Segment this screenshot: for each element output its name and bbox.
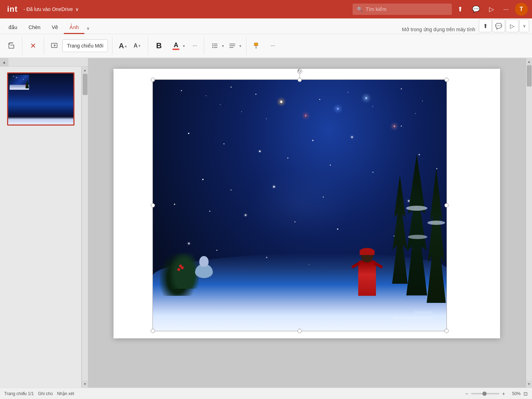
ribbon-expand-button[interactable]: ∨ [519, 20, 529, 32]
font-color-group: A ▾ [168, 39, 187, 52]
format-paint-button[interactable] [251, 39, 264, 52]
font-increase-button[interactable]: A▲ [117, 39, 129, 52]
slide-thumb-1[interactable] [7, 72, 74, 126]
zoom-out-btn[interactable]: − [465, 391, 468, 397]
tab-chen[interactable]: Chèn [23, 22, 46, 34]
present-context-button[interactable]: ▷ [506, 20, 519, 32]
comments-label[interactable]: Nhận xét [57, 391, 74, 396]
zoom-slider-track[interactable] [471, 393, 499, 394]
doc-title: - Đã lưu vào OneDrive ∨ [23, 6, 350, 12]
svg-rect-12 [254, 43, 258, 46]
tab-ve[interactable]: Vẽ [46, 22, 64, 34]
selected-image-wrapper[interactable]: ©KAGAYAhttp://www.k4now.com/ [153, 79, 447, 331]
new-slide-button[interactable]: Trang chiếu Mới [62, 39, 108, 52]
align-button[interactable] [226, 39, 239, 52]
doc-chevron[interactable]: ∨ [75, 6, 79, 12]
tab-dropdown[interactable]: ∨ [84, 23, 92, 34]
share-button[interactable]: ⬆ [455, 5, 466, 14]
slide-thumb-inner [8, 73, 73, 124]
zoom-in-btn[interactable]: + [502, 391, 505, 397]
list-icon [211, 42, 219, 50]
delete-button[interactable]: ✕ [27, 39, 39, 52]
scroll-top-bar: ▲ [0, 58, 88, 67]
new-slide-icon-button[interactable] [48, 39, 61, 52]
scroll-thumb[interactable] [83, 74, 88, 95]
new-slide-icon [51, 42, 59, 50]
status-bar: Trang chiếu 1/1 Ghi chú Nhận xét − + 50%… [0, 388, 532, 399]
scroll-up-btn[interactable]: ▲ [82, 67, 88, 74]
font-color-dropdown-arrow[interactable]: ▾ [182, 44, 185, 48]
undo-group [4, 39, 19, 52]
svg-marker-14 [255, 48, 257, 49]
sep-1 [22, 37, 22, 55]
share-context-button[interactable]: ⬆ [479, 20, 492, 32]
more-format-button[interactable]: ··· [188, 39, 201, 52]
present-button[interactable]: ▷ [486, 5, 497, 14]
bold-button[interactable]: B [153, 39, 165, 52]
search-icon: 🔍 [357, 6, 363, 12]
handle-top-right[interactable] [444, 78, 449, 82]
align-icon [228, 42, 236, 50]
more-menu-button[interactable]: ··· [500, 5, 511, 14]
canvas-scroll-down[interactable]: ▼ [526, 381, 532, 388]
font-size-group: A▲ A▼ [115, 39, 145, 52]
handle-middle-right[interactable] [444, 203, 449, 207]
tab-dau[interactable]: đầu [3, 22, 23, 34]
context-icons: ⬆ 💬 ▷ ∨ [479, 20, 529, 34]
comment-button[interactable]: 💬 [469, 5, 483, 14]
zoom-slider-thumb[interactable] [482, 392, 487, 396]
scroll-track [82, 74, 88, 381]
user-avatar[interactable]: T [515, 3, 528, 16]
notes-label[interactable]: Ghi chú [38, 391, 52, 396]
title-bar: int - Đã lưu vào OneDrive ∨ 🔍 ⬆ 💬 ▷ ··· … [0, 0, 532, 18]
handle-top-left[interactable] [151, 78, 155, 82]
new-slide-group: Trang chiếu Mới [47, 39, 109, 52]
handle-bottom-center[interactable] [298, 329, 302, 333]
status-bar-right: − + 50% ⊡ [465, 391, 528, 397]
sep-5 [204, 37, 204, 55]
selection-handles [153, 79, 447, 331]
handle-bottom-right[interactable] [444, 329, 449, 333]
font-color-button[interactable]: A [170, 39, 182, 52]
slides-panel [0, 67, 82, 388]
slides-vert-scroll[interactable]: ▲ ▼ [82, 67, 88, 388]
list-dropdown-wrapper: ▾ [209, 39, 225, 52]
svg-point-6 [212, 44, 214, 45]
handle-middle-left[interactable] [151, 203, 155, 207]
canvas-area: ©KAGAYAhttp://www.k4now.com/ [88, 58, 526, 388]
scroll-up-arrow[interactable]: ▲ [0, 58, 9, 67]
delete-group: ✕ [25, 39, 41, 52]
canvas-vert-scroll[interactable]: ▲ ▼ [526, 58, 532, 388]
undo-icon [7, 42, 15, 50]
format-group [249, 39, 265, 52]
context-label: Mở trong ứng dụng trên máy tính [402, 27, 475, 34]
canvas-scroll-thumb[interactable] [527, 65, 532, 87]
sep-6 [246, 37, 246, 55]
rotate-handle[interactable] [297, 69, 302, 74]
zoom-percent: 50% [508, 391, 521, 396]
canvas-scroll-track [526, 65, 532, 381]
scroll-down-btn[interactable]: ▼ [82, 381, 88, 388]
canvas-scroll-up[interactable]: ▲ [526, 58, 532, 65]
slide-info: Trang chiếu 1/1 [4, 391, 34, 396]
undo-button[interactable] [5, 39, 18, 52]
list-button[interactable] [209, 39, 221, 52]
title-bar-actions: ⬆ 💬 ▷ ··· T [455, 3, 528, 16]
fit-page-button[interactable]: ⊡ [523, 391, 528, 397]
handle-top-center[interactable] [298, 78, 302, 82]
list-group: ▾ ▾ [207, 39, 243, 52]
handle-bottom-left[interactable] [151, 329, 155, 333]
svg-point-7 [212, 45, 214, 46]
slide-canvas[interactable]: ©KAGAYAhttp://www.k4now.com/ [113, 69, 500, 338]
more-options-button[interactable]: ··· [266, 39, 279, 52]
tab-anh[interactable]: Ảnh [64, 22, 84, 34]
search-input[interactable] [366, 6, 437, 12]
sep-2 [44, 37, 44, 55]
search-bar[interactable]: 🔍 [353, 4, 452, 15]
font-decrease-button[interactable]: A▼ [131, 39, 144, 52]
ribbon-tabs: đầu Chèn Vẽ Ảnh ∨ Mở trong ứng dụng trên… [0, 18, 532, 34]
align-dropdown-arrow[interactable]: ▾ [239, 44, 242, 48]
sep-3 [112, 37, 112, 55]
list-dropdown-arrow[interactable]: ▾ [221, 44, 225, 48]
comment-context-button[interactable]: 💬 [492, 20, 505, 32]
